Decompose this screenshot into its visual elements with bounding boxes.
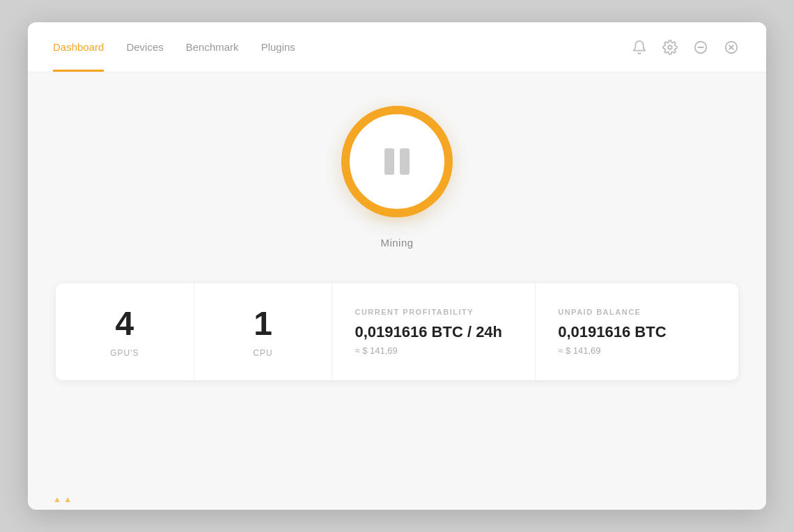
tab-benchmark[interactable]: Benchmark	[186, 22, 239, 72]
main-content: Mining 4 GPU'S 1 CPU CURRENT PROFITABILI…	[28, 72, 766, 483]
gpu-value: 4	[116, 306, 134, 343]
stats-row: 4 GPU'S 1 CPU CURRENT PROFITABILITY 0,01…	[56, 283, 738, 380]
stat-cpu: 1 CPU	[194, 283, 333, 380]
tab-dashboard[interactable]: Dashboard	[53, 22, 104, 72]
profitability-main: 0,0191616 BTC / 24h	[355, 323, 513, 341]
hint-text-left: ▲ ▲	[53, 494, 72, 504]
minimize-icon[interactable]	[691, 38, 710, 57]
nav-tabs: Dashboard Devices Benchmark Plugins	[53, 22, 295, 72]
stat-profitability: CURRENT PROFITABILITY 0,0191616 BTC / 24…	[332, 283, 536, 380]
notification-icon[interactable]	[630, 38, 649, 57]
pause-icon	[384, 148, 410, 175]
tab-dashboard-label: Dashboard	[53, 41, 104, 53]
bottom-hint: ▲ ▲	[28, 483, 766, 510]
close-icon[interactable]	[722, 38, 741, 57]
tab-benchmark-label: Benchmark	[186, 41, 239, 53]
tab-devices[interactable]: Devices	[126, 22, 163, 72]
stat-gpu: 4 GPU'S	[56, 283, 194, 380]
nav-actions	[630, 38, 741, 57]
balance-sub: ≈ $ 141,69	[558, 345, 716, 356]
balance-header: UNPAID BALANCE	[558, 308, 716, 316]
profitability-header: CURRENT PROFITABILITY	[355, 308, 513, 316]
tab-plugins-label: Plugins	[261, 41, 295, 53]
mining-pause-button[interactable]	[341, 106, 453, 217]
cpu-label: CPU	[253, 348, 272, 358]
balance-main: 0,0191616 BTC	[558, 323, 716, 341]
settings-icon[interactable]	[660, 38, 680, 57]
cpu-value: 1	[254, 306, 272, 343]
mining-status-label: Mining	[380, 237, 413, 249]
stat-balance: UNPAID BALANCE 0,0191616 BTC ≈ $ 141,69	[536, 283, 738, 380]
pause-bar-left	[384, 148, 394, 175]
tab-devices-label: Devices	[126, 41, 163, 53]
nav-bar: Dashboard Devices Benchmark Plugins	[28, 22, 766, 72]
gpu-label: GPU'S	[110, 348, 139, 358]
svg-point-0	[668, 45, 672, 49]
profitability-sub: ≈ $ 141,69	[355, 345, 513, 356]
pause-bar-right	[400, 148, 410, 175]
tab-plugins[interactable]: Plugins	[261, 22, 295, 72]
app-window: Dashboard Devices Benchmark Plugins	[28, 22, 766, 510]
mining-button-wrap: Mining	[341, 106, 453, 249]
